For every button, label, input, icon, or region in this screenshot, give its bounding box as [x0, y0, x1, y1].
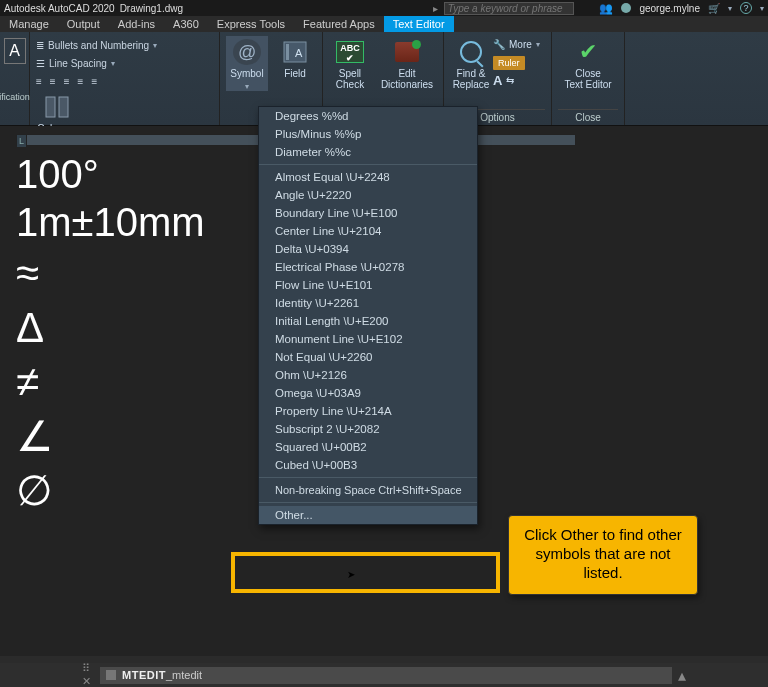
user-name[interactable]: george.mylne: [639, 3, 700, 14]
title-bar: Autodesk AutoCAD 2020 Drawing1.dwg ▸ 👥 g…: [0, 0, 768, 16]
panel-style-label: ification: [0, 90, 30, 106]
wrench-icon: 🔧: [493, 39, 505, 50]
more-button[interactable]: 🔧More▾: [493, 36, 540, 53]
menu-item-subscript2[interactable]: Subscript 2 \U+2082: [259, 420, 477, 438]
tab-manage[interactable]: Manage: [0, 16, 58, 32]
menu-item-flow-line[interactable]: Flow Line \U+E101: [259, 276, 477, 294]
dropdown-icon[interactable]: ▾: [760, 4, 764, 13]
menu-item-plusminus[interactable]: Plus/Minus %%p: [259, 125, 477, 143]
align-right-icon[interactable]: ≡: [64, 76, 70, 87]
field-button[interactable]: A Field: [274, 36, 316, 79]
svg-text:A: A: [295, 47, 303, 59]
tab-text-editor[interactable]: Text Editor: [384, 16, 454, 32]
menu-separator: [259, 164, 477, 165]
menu-item-other[interactable]: Other...: [259, 506, 477, 524]
align-justify-icon[interactable]: ≡: [78, 76, 84, 87]
panel-close-label: Close: [558, 109, 618, 125]
align-center-icon[interactable]: ≡: [50, 76, 56, 87]
command-args: _mtedit: [166, 669, 202, 681]
menu-item-degrees[interactable]: Degrees %%d: [259, 107, 477, 125]
menu-item-initial-length[interactable]: Initial Length \U+E200: [259, 312, 477, 330]
edit-dictionaries-button[interactable]: Edit Dictionaries: [377, 36, 437, 90]
svg-rect-3: [286, 44, 289, 60]
symbol-dropdown-menu: Degrees %%d Plus/Minus %%p Diameter %%c …: [258, 106, 478, 525]
file-name: Drawing1.dwg: [120, 3, 183, 14]
cart-icon[interactable]: 🛒: [708, 3, 720, 14]
menu-item-almost-equal[interactable]: Almost Equal \U+2248: [259, 168, 477, 186]
menu-item-not-equal[interactable]: Not Equal \U+2260: [259, 348, 477, 366]
style-icon[interactable]: A: [4, 38, 26, 64]
command-bar[interactable]: ⠿ ✕ MTEDIT _mtedit ▴: [0, 663, 768, 687]
close-text-editor-button[interactable]: ✔ Close Text Editor: [558, 36, 618, 90]
spellcheck-icon: ABC✔: [336, 39, 364, 65]
signin-icon[interactable]: 👥: [599, 2, 613, 15]
search-input[interactable]: [444, 2, 574, 15]
help-icon[interactable]: ?: [740, 2, 752, 14]
at-icon: @: [233, 39, 261, 65]
tab-express[interactable]: Express Tools: [208, 16, 294, 32]
menu-item-omega[interactable]: Omega \U+03A9: [259, 384, 477, 402]
keyword-search[interactable]: ▸: [433, 2, 574, 15]
menu-item-identity[interactable]: Identity \U+2261: [259, 294, 477, 312]
dictionary-icon: [393, 39, 421, 65]
menu-item-center[interactable]: Center Line \U+2104: [259, 222, 477, 240]
find-icon: [457, 39, 485, 65]
ruler-toggle[interactable]: Ruler: [493, 54, 540, 71]
command-prompt[interactable]: MTEDIT _mtedit: [100, 667, 672, 684]
menu-item-ohm[interactable]: Ohm \U+2126: [259, 366, 477, 384]
menu-item-nbsp[interactable]: Non-breaking Space Ctrl+Shift+Space: [259, 481, 477, 499]
cmd-expand-icon[interactable]: ▴: [678, 666, 686, 685]
cursor-icon: ➤: [347, 569, 355, 580]
menu-item-electrical-phase[interactable]: Electrical Phase \U+0278: [259, 258, 477, 276]
tab-a360[interactable]: A360: [164, 16, 208, 32]
text-flow-icon: ⇆: [506, 75, 514, 86]
menu-item-squared[interactable]: Squared \U+00B2: [259, 438, 477, 456]
command-name: MTEDIT: [122, 669, 166, 681]
field-icon: A: [281, 39, 309, 65]
menu-item-delta[interactable]: Delta \U+0394: [259, 240, 477, 258]
tab-addins[interactable]: Add-ins: [109, 16, 164, 32]
line-spacing-icon: ☰: [36, 58, 45, 69]
menu-item-monument[interactable]: Monument Line \U+E102: [259, 330, 477, 348]
panel-style: A ification: [0, 32, 30, 125]
spell-check-button[interactable]: ABC✔ Spell Check: [329, 36, 371, 90]
ribbon-tabs: Manage Output Add-ins A360 Express Tools…: [0, 16, 768, 32]
user-avatar-icon[interactable]: [621, 3, 631, 13]
bullets-button[interactable]: ≣Bullets and Numbering▾: [36, 36, 157, 54]
menu-item-diameter[interactable]: Diameter %%c: [259, 143, 477, 161]
app-name: Autodesk AutoCAD 2020: [4, 3, 115, 14]
align-dist-icon[interactable]: ≡: [91, 76, 97, 87]
menu-item-angle[interactable]: Angle \U+2220: [259, 186, 477, 204]
svg-rect-0: [46, 97, 55, 117]
capital-a-icon: A: [493, 73, 502, 88]
svg-rect-1: [59, 97, 68, 117]
panel-paragraph: ≣Bullets and Numbering▾ ☰Line Spacing▾ ≡…: [30, 32, 220, 125]
columns-icon: [43, 94, 71, 120]
ruler-icon: Ruler: [493, 56, 525, 70]
help-callout: Click Other to find other symbols that a…: [508, 515, 698, 595]
panel-close: ✔ Close Text Editor Close: [552, 32, 625, 125]
cmd-icon: [106, 670, 116, 680]
align-left-icon[interactable]: ≡: [36, 76, 42, 87]
line-spacing-button[interactable]: ☰Line Spacing▾: [36, 54, 157, 72]
menu-separator: [259, 502, 477, 503]
tab-output[interactable]: Output: [58, 16, 109, 32]
menu-item-boundary[interactable]: Boundary Line \U+E100: [259, 204, 477, 222]
menu-item-cubed[interactable]: Cubed \U+00B3: [259, 456, 477, 474]
menu-separator: [259, 477, 477, 478]
tab-stop-icon[interactable]: L: [17, 135, 27, 147]
cmd-handle-icon[interactable]: ⠿ ✕: [82, 662, 100, 687]
bullets-icon: ≣: [36, 40, 44, 51]
checkmark-icon: ✔: [574, 39, 602, 65]
find-replace-button[interactable]: Find & Replace: [450, 36, 492, 90]
symbol-button[interactable]: @ Symbol▾: [226, 36, 268, 91]
dropdown-icon[interactable]: ▾: [728, 4, 732, 13]
text-style-a[interactable]: A ⇆: [493, 72, 540, 89]
tab-featured[interactable]: Featured Apps: [294, 16, 384, 32]
menu-item-property-line[interactable]: Property Line \U+214A: [259, 402, 477, 420]
